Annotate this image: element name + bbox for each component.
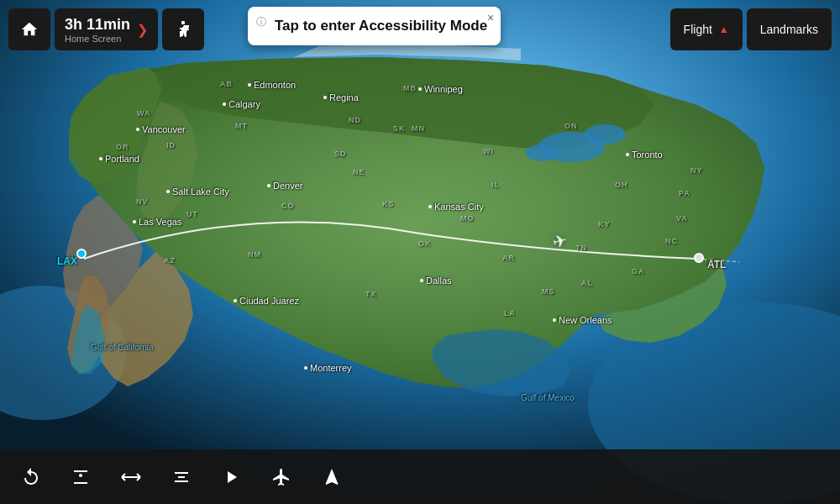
region-id: ID (166, 141, 176, 150)
track2-button[interactable] (167, 463, 196, 491)
city-atl: ATL (707, 259, 726, 270)
city-toronto: Toronto (626, 150, 663, 160)
home-screen-label: Home Screen (65, 34, 130, 44)
region-ok: OK (418, 239, 432, 248)
region-la: LA (504, 309, 516, 318)
accessibility-icon (173, 19, 193, 39)
city-salt-lake-city: Salt Lake City (166, 186, 229, 197)
path-icon (120, 467, 142, 487)
navigate-icon (322, 467, 342, 487)
region-oh: OH (615, 181, 628, 189)
region-az: AZ (164, 256, 176, 265)
region-or: OR (116, 143, 129, 151)
region-il: IL (491, 181, 500, 189)
svg-point-5 (525, 144, 559, 161)
region-mb: MB (403, 84, 417, 92)
track-button[interactable] (66, 463, 95, 491)
region-sk: SK (393, 124, 406, 133)
time-arrow-icon: ❯ (137, 22, 148, 38)
tooltip-close-button[interactable]: × (487, 12, 494, 24)
flight-chevron-icon: ▲ (719, 24, 729, 35)
city-regina: Regina (323, 92, 359, 102)
city-new-orleans: New Orleans (553, 315, 612, 325)
region-tx: TX (365, 290, 377, 298)
flight-time: 3h 11min (65, 16, 130, 34)
region-ky: KY (598, 220, 611, 228)
region-ny: NY (690, 166, 703, 175)
region-ms: MS (542, 287, 555, 296)
accessibility-tooltip: ⓘ × Tap to enter Accessibility Mode (248, 7, 501, 45)
label-gulf-mexico: Gulf of Mexico (521, 393, 575, 402)
region-nc: NC (665, 237, 678, 245)
region-mt: MT (235, 122, 248, 130)
track2-icon (171, 467, 192, 487)
replay-icon (21, 467, 41, 487)
time-block: 3h 11min Home Screen ❯ (55, 8, 158, 50)
flight-button-label: Flight (684, 23, 712, 36)
region-nv: NV (136, 197, 149, 206)
plane-icon (270, 467, 292, 487)
city-calgary: Calgary (223, 99, 260, 109)
region-tn: TN (575, 244, 587, 252)
region-mo: MO (460, 214, 475, 223)
accessibility-button[interactable] (162, 8, 204, 50)
region-ut: UT (186, 210, 198, 218)
flight-button[interactable]: Flight ▲ (670, 8, 743, 50)
region-wa: WA (137, 109, 151, 118)
home-button[interactable] (8, 8, 50, 50)
landmarks-button-label: Landmarks (760, 23, 818, 36)
region-ar: AR (502, 254, 515, 262)
city-ciudad-juarez: Ciudad Juarez (234, 296, 299, 306)
city-las-vegas: Las Vegas (133, 217, 181, 227)
label-gulf-california: Gulf of California (91, 343, 153, 352)
region-sd: SD (334, 150, 347, 158)
atl-marker (694, 253, 704, 263)
region-nm: NM (248, 250, 261, 259)
city-portland: Portland (99, 154, 139, 164)
bottom-toolbar (0, 449, 840, 504)
region-co: CO (281, 202, 295, 210)
city-vancouver: Vancouver (136, 124, 186, 134)
city-kansas-city: Kansas City (428, 202, 484, 212)
tooltip-info-icon: ⓘ (256, 15, 266, 29)
plane-button[interactable] (266, 463, 297, 491)
play-button[interactable] (217, 463, 245, 491)
map-background (0, 0, 840, 504)
lax-marker (76, 249, 87, 259)
city-dallas: Dallas (420, 276, 452, 286)
path-button[interactable] (116, 463, 146, 491)
landmarks-button[interactable]: Landmarks (747, 8, 832, 50)
region-va: VA (676, 214, 688, 223)
home-icon (20, 20, 39, 39)
city-winnipeg: Winnipeg (418, 84, 463, 94)
region-al: AL (581, 279, 593, 287)
region-ks: KS (382, 200, 395, 208)
region-wi: WI (483, 147, 494, 155)
navigate-button[interactable] (318, 463, 346, 491)
city-denver: Denver (267, 181, 302, 191)
city-monterrey: Monterrey (304, 363, 352, 373)
region-ab: AB (220, 80, 233, 88)
replay-button[interactable] (17, 463, 45, 491)
region-pa: PA (679, 189, 690, 197)
city-edmonton: Edmonton (248, 80, 296, 90)
play-icon (221, 467, 241, 487)
city-lax: LAX (57, 255, 77, 267)
region-on: ON (564, 122, 578, 130)
region-nd: ND (349, 116, 361, 124)
svg-point-4 (584, 124, 626, 144)
region-mn: MN (412, 124, 425, 133)
land-svg (0, 0, 840, 504)
tooltip-text: Tap to enter Accessibility Mode (261, 17, 487, 35)
region-ga: GA (632, 267, 645, 276)
region-ne: NE (353, 168, 365, 176)
track-icon (71, 467, 91, 487)
